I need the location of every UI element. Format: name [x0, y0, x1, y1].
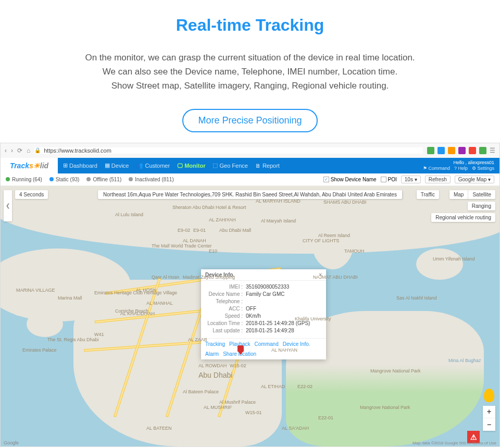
zoom-control: + −: [483, 406, 495, 431]
logo-part: Track: [10, 161, 29, 170]
forward-icon[interactable]: ›: [11, 147, 13, 154]
popup-label: Telephone :: [205, 298, 246, 304]
sidebar-toggle[interactable]: ❮: [4, 190, 12, 221]
header-help-link[interactable]: ? Help: [454, 166, 468, 171]
ranging-button[interactable]: Ranging: [468, 202, 495, 210]
logo-part: s: [29, 161, 33, 170]
popup-value-loctime: 2018-01-25 14:49:28 (GPS): [246, 320, 310, 326]
popup-value-speed: 0Km/h: [246, 313, 261, 319]
hero-title: Real-time Tracking: [10, 16, 490, 35]
popup-value-acc: OFF: [246, 306, 256, 312]
traffic-button[interactable]: Traffic: [417, 190, 439, 199]
nav-report[interactable]: 🗎Report: [255, 163, 280, 169]
link-label: Command: [428, 166, 450, 171]
map-type-toggle[interactable]: Map Satellite: [449, 190, 495, 199]
nav-dashboard[interactable]: ⊞Dashboard: [63, 162, 97, 169]
report-icon: 🗎: [255, 163, 261, 169]
status-inactivated[interactable]: Inactivated (811): [129, 177, 174, 182]
customer-icon: 👥: [136, 162, 143, 169]
user-greeting: Hello , aliexpress01: [453, 160, 494, 165]
seconds-button[interactable]: 4 Seconds: [15, 190, 48, 199]
land-shape: [105, 212, 136, 228]
hero-description: On the monitor, we can grasp the current…: [10, 51, 490, 93]
extension-icon[interactable]: [448, 147, 455, 154]
logo[interactable]: Tracks☀lid: [1, 158, 58, 173]
status-running[interactable]: Running (64): [6, 177, 42, 182]
more-precise-button[interactable]: More Precise Positioning: [182, 109, 317, 132]
popup-label: Speed :: [205, 313, 246, 319]
popup-value-imei: 351609080052333: [246, 284, 289, 290]
extension-icon[interactable]: [469, 147, 476, 154]
popup-label: Device Name :: [205, 291, 246, 297]
land-shape: [27, 311, 63, 337]
checkbox-icon: ✓: [323, 177, 329, 182]
sun-icon: ☀: [33, 161, 40, 170]
header-command-link[interactable]: ⚑ Command: [423, 166, 450, 171]
map-label: Qasr Al Hosn: [152, 275, 179, 280]
refresh-button[interactable]: Refresh: [425, 176, 451, 183]
popup-link-command[interactable]: Command: [255, 341, 279, 347]
lock-icon: 🔒: [34, 147, 41, 153]
status-offline[interactable]: Offline (511): [86, 177, 121, 182]
extension-icon[interactable]: [458, 147, 466, 154]
url-text[interactable]: https://www.tracksolid.com: [44, 147, 111, 154]
google-attribution: Google: [4, 440, 19, 445]
monitor-icon: 🖵: [177, 163, 183, 169]
status-bar: Running (64) Static (93) Offline (511) I…: [1, 173, 499, 186]
zoom-out-button[interactable]: −: [483, 418, 495, 431]
status-dot-icon: [129, 177, 133, 181]
status-label: Static (93): [56, 177, 80, 182]
dashboard-icon: ⊞: [63, 162, 68, 169]
land-shape: [416, 248, 463, 280]
link-label: Settings: [477, 166, 494, 171]
logo-part: lid: [40, 161, 48, 170]
checkbox-label: POI: [388, 177, 397, 182]
device-icon: ▦: [105, 162, 110, 169]
extension-icon[interactable]: [438, 147, 445, 154]
status-label: Offline (511): [93, 177, 121, 182]
popup-value-name: Family Car GMC: [246, 291, 284, 297]
browser-toolbar: ‹ › ⟳ ⌂ 🔒 https://www.tracksolid.com ☰: [1, 143, 499, 158]
nav-label: Report: [262, 163, 280, 169]
nav-label: Device: [111, 163, 129, 169]
device-info-popup: Device Info. × IMEI :351609080052333 Dev…: [201, 269, 326, 359]
status-static[interactable]: Static (93): [49, 177, 80, 182]
status-dot-icon: [49, 177, 54, 181]
reload-icon[interactable]: ⟳: [17, 147, 22, 154]
nav-geofence[interactable]: ⬚Geo Fence: [213, 162, 247, 169]
back-icon[interactable]: ‹: [5, 147, 7, 154]
show-device-name-checkbox[interactable]: ✓Show Device Name: [323, 177, 377, 182]
home-icon[interactable]: ⌂: [27, 147, 30, 154]
popup-value-lastupdate: 2018-01-25 14:49:28: [246, 328, 294, 333]
zoom-in-button[interactable]: +: [483, 406, 495, 418]
regional-routing-button[interactable]: Regional vehicle routing: [431, 213, 495, 222]
popup-link-tracking[interactable]: Tracking: [205, 341, 225, 347]
map-type-map[interactable]: Map: [449, 190, 468, 199]
geofence-icon: ⬚: [213, 162, 218, 169]
map-label: Sas Al Nakhl Island: [396, 295, 437, 301]
close-icon[interactable]: ×: [319, 272, 322, 278]
status-label: Inactivated (811): [135, 177, 174, 182]
popup-link-deviceinfo[interactable]: Device Info.: [283, 341, 310, 347]
header-settings-link[interactable]: ⚙ Settings: [472, 166, 494, 171]
popup-title: Device Info.: [205, 272, 234, 278]
map-provider-select[interactable]: Google Map ▾: [455, 176, 494, 183]
menu-icon[interactable]: ☰: [490, 147, 495, 154]
extension-icon[interactable]: [427, 147, 434, 154]
poi-checkbox[interactable]: POI: [381, 177, 397, 182]
nav-monitor[interactable]: 🖵Monitor: [177, 163, 205, 169]
map-canvas[interactable]: ❮ Northeast 16m,Aqua Pure Water Technolo…: [1, 186, 499, 446]
hero-desc-line: On the monitor, we can grasp the current…: [10, 51, 490, 65]
pegman-icon[interactable]: [484, 389, 494, 402]
extension-icon[interactable]: [479, 147, 486, 154]
popup-label: Last update :: [205, 328, 246, 333]
device-marker-icon[interactable]: [238, 345, 244, 356]
nav-device[interactable]: ▦Device: [105, 162, 129, 169]
status-label: Running (64): [12, 177, 42, 182]
hero-desc-line: We can also see the Device name, Telepho…: [10, 65, 490, 79]
nav-customer[interactable]: 👥Customer: [136, 162, 170, 169]
map-type-satellite[interactable]: Satellite: [468, 190, 495, 199]
popup-link-alarm[interactable]: Alarm: [205, 351, 219, 357]
checkbox-label: Show Device Name: [331, 177, 377, 182]
interval-select[interactable]: 10s ▾: [401, 176, 421, 183]
